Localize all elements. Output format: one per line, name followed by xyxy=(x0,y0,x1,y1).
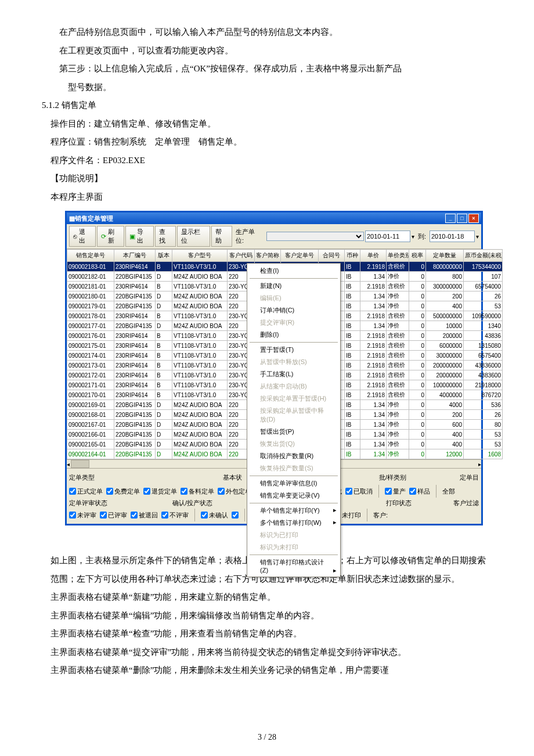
col-header[interactable]: 销售定单号 xyxy=(67,250,114,262)
chk-spare[interactable]: 备料定单 xyxy=(181,487,214,496)
chk-noreview[interactable]: 不评审 xyxy=(161,511,189,520)
col-header[interactable]: 客户代码 xyxy=(228,250,255,262)
menu-item: 按采购定单从暂缓中释放(D) xyxy=(247,405,340,426)
para: 主界面表格右键菜单“删除”功能，用来删除未发生相关业务记录的销售定单，用户需要谨 xyxy=(50,661,492,680)
exit-button[interactable]: ⎋退出 xyxy=(69,226,96,247)
chk-unconfirmed[interactable]: 未确认 xyxy=(201,511,228,520)
menu-item: 编辑(E) xyxy=(247,292,340,304)
col-header[interactable]: 税率 xyxy=(409,250,426,262)
col-header[interactable]: 币种 xyxy=(345,250,360,262)
order-type-label: 定单类型 xyxy=(69,473,95,482)
col-header[interactable]: 定单数量 xyxy=(426,250,464,262)
context-menu[interactable]: 检查(I)新建(N)编辑(E)订单冲销(C)提交评审(R)删除(I)置于暂缓(T… xyxy=(247,263,341,577)
scroll-right-icon[interactable]: ▸ xyxy=(478,461,481,467)
dropdown-icon[interactable]: ▾ xyxy=(412,233,414,240)
para: 在工程更改页面中，可以查看功能更改内容。 xyxy=(42,42,492,60)
dropdown-icon[interactable]: ▾ xyxy=(476,233,479,240)
date-to-input[interactable] xyxy=(430,231,475,242)
col-header[interactable]: 合同号 xyxy=(319,250,345,262)
menu-item: 恢复待投产数量(S) xyxy=(247,462,340,474)
chk-unreviewed[interactable]: 未评审 xyxy=(69,511,96,520)
print-status-label: 打印状态 xyxy=(386,499,412,507)
col-header[interactable]: 单价类别 xyxy=(387,250,409,262)
menu-item[interactable]: 多个销售订单打印(W) xyxy=(247,517,340,529)
menu-item[interactable]: 删除(I) xyxy=(247,329,340,341)
chk-formal[interactable]: 正式定单 xyxy=(69,487,103,496)
menu-item[interactable]: 新建(N) xyxy=(247,280,340,292)
menu-item[interactable]: 置于暂缓(T) xyxy=(247,344,340,356)
menu-item[interactable]: 手工结案(L) xyxy=(247,368,340,380)
chk-free[interactable]: 免费定单 xyxy=(106,487,140,496)
cust-label: 客户: xyxy=(373,511,388,520)
menu-item: 从暂缓中释放(S) xyxy=(247,356,340,368)
find-button[interactable]: 查找 xyxy=(155,226,176,247)
para: 型号数据。 xyxy=(68,78,492,97)
basic-status-label: 基本状 xyxy=(223,473,242,482)
refresh-button[interactable]: ⟳刷新 xyxy=(97,226,125,247)
menu-item[interactable]: 取消待投产数量(R) xyxy=(247,450,340,462)
menu-item: 恢复出货(Q) xyxy=(247,438,340,450)
export-button[interactable]: ▣导出 xyxy=(125,226,154,247)
orders-grid[interactable]: 销售定单号本厂编号版本客户型号客户代码客户简称客户定单号合同号币种单价单价类别税… xyxy=(67,249,481,459)
date-from-input[interactable] xyxy=(365,231,410,242)
para: 主界面表格右键菜单“编辑”功能，用来编辑修改当前销售定单的内容。 xyxy=(50,607,492,625)
chk-sample[interactable]: 样品 xyxy=(409,487,430,496)
excel-icon: ▣ xyxy=(129,233,135,240)
menu-item[interactable]: 单个销售定单打印(Y) xyxy=(247,505,340,517)
maximize-button[interactable]: □ xyxy=(457,214,467,223)
all-button[interactable]: 全部 xyxy=(442,487,455,496)
section-heading: 5.1.2 销售定单 xyxy=(42,96,492,115)
scroll-thumb[interactable] xyxy=(71,460,89,468)
app-icon: ▦ xyxy=(69,215,75,222)
para: 【功能说明】 xyxy=(50,170,492,188)
col-header[interactable]: 原币金额(未税) xyxy=(464,250,503,262)
menu-item[interactable]: 销售订单打印格式设计(Z) xyxy=(247,556,340,575)
review-status-label: 定单评审状态 xyxy=(69,499,107,507)
menu-item[interactable]: 销售定单变更记录(V) xyxy=(247,489,340,502)
chk-return[interactable]: 退货定单 xyxy=(143,487,177,496)
chk-blank[interactable] xyxy=(232,512,239,519)
menu-item: 标识为已打印 xyxy=(247,529,340,541)
chk-returned[interactable]: 被退回 xyxy=(131,511,158,520)
prod-unit-select[interactable] xyxy=(266,232,364,241)
col-header[interactable]: 本厂编号 xyxy=(114,250,156,262)
chk-cancel[interactable]: 已取消 xyxy=(345,487,373,496)
door-icon: ⎋ xyxy=(73,233,77,240)
para: 第三步：以上信息输入完成后，点“OK”按钮保存。保存成功后，主表格中将显示出新产… xyxy=(42,60,492,78)
para: 主界面表格右键菜单“新建”功能，用来建立新的销售定单。 xyxy=(50,588,492,607)
para: 程序文件名：EP032.EXE xyxy=(50,152,492,170)
show-columns-button[interactable]: 显示栏位 xyxy=(177,226,211,247)
prod-unit-label: 生产单位: xyxy=(233,228,265,245)
col-header[interactable]: 客户定单号 xyxy=(281,250,319,262)
menu-item[interactable]: 订单冲销(C) xyxy=(247,304,340,316)
app-screenshot: ▦ 销售定单管理 _ □ × ⎋退出 ⟳刷新 ▣导出 查找 显示栏位 帮助 生产… xyxy=(65,211,492,525)
menu-item[interactable]: 暂缓出货(P) xyxy=(247,426,340,438)
para: 主界面表格右键菜单“检查”功能，用来查看当前销售定单的内容。 xyxy=(50,625,492,643)
menu-item: 从结案中启动(B) xyxy=(247,380,340,393)
page-footer: 3 / 28 xyxy=(0,733,534,742)
para: 在产品特别信息页面中，可以输入输入本产品型号的特别信息文本内容。 xyxy=(42,23,492,42)
titlebar: ▦ 销售定单管理 _ □ × xyxy=(67,213,481,224)
minimize-button[interactable]: _ xyxy=(445,214,456,223)
col-header[interactable]: 客户型号 xyxy=(172,250,228,262)
menu-item: 提交评审(R) xyxy=(247,316,340,329)
all-label: 定单目 xyxy=(460,473,479,482)
toolbar: ⎋退出 ⟳刷新 ▣导出 查找 显示栏位 帮助 生产单位: ▾ 到: ▾ xyxy=(67,224,481,249)
help-button[interactable]: 帮助 xyxy=(211,226,232,247)
para: 操作目的：建立销售定单、修改销售定单。 xyxy=(50,115,492,134)
sample-type-label: 批/样类别 xyxy=(379,473,406,482)
close-button[interactable]: × xyxy=(468,214,479,223)
col-header[interactable]: 版本 xyxy=(156,250,172,262)
col-header[interactable]: 客户简称 xyxy=(255,250,281,262)
para: 主界面表格右键菜单“提交评审”功能，用来将当前待提交状态的销售定单提交到待评审状… xyxy=(50,643,492,662)
menu-item[interactable]: 销售定单评审信息(I) xyxy=(247,477,340,489)
cust-filter-label: 客户过滤 xyxy=(453,499,479,507)
to-label: 到: xyxy=(416,232,428,241)
window-title: 销售定单管理 xyxy=(75,214,444,223)
chk-reviewed[interactable]: 已评审 xyxy=(100,511,127,520)
scroll-left-icon[interactable]: ◂ xyxy=(67,461,70,467)
menu-item[interactable]: 检查(I) xyxy=(247,265,340,277)
col-header[interactable]: 单价 xyxy=(360,250,387,262)
chk-mass[interactable]: 量产 xyxy=(385,487,406,496)
menu-item: 按采购定单置于暂缓(H) xyxy=(247,393,340,405)
